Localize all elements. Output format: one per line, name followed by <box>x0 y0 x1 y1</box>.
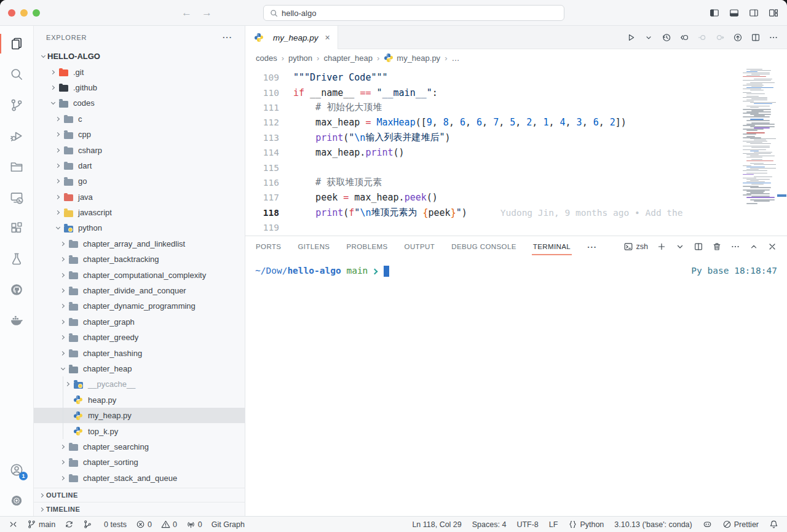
panel-tab-gitlens[interactable]: GITLENS <box>298 236 330 257</box>
layout-panel-icon[interactable] <box>729 8 739 18</box>
tree-item-python[interactable]: python <box>34 220 245 236</box>
tree-item-cpp[interactable]: cpp <box>34 127 245 142</box>
status-item-0[interactable]: 0 <box>186 520 202 529</box>
more-icon[interactable] <box>730 242 740 252</box>
tree-item-hello-algo[interactable]: HELLO-ALGO <box>34 49 245 64</box>
trash-icon[interactable] <box>712 242 722 252</box>
chevron-down-icon[interactable] <box>49 102 57 104</box>
window-controls[interactable] <box>0 9 40 17</box>
explorer-more-actions-icon[interactable]: ··· <box>223 33 232 42</box>
chevron-right-icon[interactable] <box>53 133 62 136</box>
tree-item-heap-py[interactable]: heap.py <box>34 392 245 408</box>
tree-item-chapter-sorting[interactable]: chapter_sorting <box>34 455 245 470</box>
terminal-shell-chip[interactable]: zsh <box>623 242 648 252</box>
tree-item-chapter-dynamic-programming[interactable]: chapter_dynamic_programming <box>34 298 245 314</box>
navigate-back-icon[interactable]: ← <box>181 7 192 19</box>
chevron-right-icon[interactable] <box>63 383 72 386</box>
status-item-python[interactable]: Python <box>568 520 604 529</box>
compare-icon[interactable] <box>679 33 689 42</box>
layout-left-icon[interactable] <box>710 8 719 18</box>
run-icon[interactable] <box>626 33 636 42</box>
chevron-right-icon[interactable] <box>58 258 67 261</box>
minimap[interactable] <box>740 68 776 236</box>
minimize-window-button[interactable] <box>20 9 28 17</box>
split-icon[interactable] <box>694 242 703 252</box>
chevron-right-icon[interactable] <box>53 211 62 214</box>
activity-folder-view-icon[interactable] <box>0 151 33 182</box>
command-center-search[interactable]: hello-algo <box>263 5 564 21</box>
chevron-down-icon[interactable] <box>39 55 47 57</box>
status-item-3-10-13-base-conda-[interactable]: 3.10.13 ('base': conda) <box>614 520 692 529</box>
activity-run-debug-icon[interactable] <box>0 121 33 151</box>
activity-account-icon[interactable]: 1 <box>0 455 33 485</box>
chevron-right-icon[interactable] <box>58 320 67 324</box>
activity-github-icon[interactable] <box>0 274 33 305</box>
chevron-right-icon[interactable] <box>58 461 67 464</box>
status-item-lf[interactable]: LF <box>549 520 558 529</box>
breadcrumb-item[interactable]: my_heap.py <box>384 53 440 63</box>
tree-item-chapter-array-and-linkedlist[interactable]: chapter_array_and_linkedlist <box>34 236 245 252</box>
split-icon[interactable] <box>751 33 761 42</box>
tree-item-chapter-hashing[interactable]: chapter_hashing <box>34 345 245 360</box>
status-item-main[interactable]: main <box>27 520 55 529</box>
section-outline[interactable]: OUTLINE <box>34 488 245 502</box>
status-item-git-graph[interactable]: Git Graph <box>212 520 245 529</box>
tree-item--git[interactable]: .git <box>34 64 245 79</box>
chevron-right-icon[interactable] <box>53 196 62 199</box>
chevron-right-icon[interactable] <box>58 336 67 339</box>
plus-icon[interactable] <box>657 242 666 252</box>
activity-settings-icon[interactable] <box>0 485 33 516</box>
tree-item-codes[interactable]: codes <box>34 95 245 111</box>
activity-search-icon[interactable] <box>0 59 33 90</box>
chevron-down-icon[interactable] <box>58 368 67 370</box>
panel-tab-problems[interactable]: PROBLEMS <box>346 236 387 257</box>
status-item-bell[interactable] <box>769 520 778 529</box>
chevron-right-icon[interactable] <box>49 71 57 74</box>
status-item-0-tests[interactable]: 0 tests <box>101 520 127 529</box>
status-item-git-graph-glyph[interactable] <box>83 520 92 529</box>
chevron-down-icon[interactable] <box>53 227 62 229</box>
run-chevron-icon[interactable] <box>644 33 654 42</box>
breadcrumb-item[interactable]: codes <box>256 54 277 63</box>
status-item-copilot[interactable] <box>703 520 712 529</box>
chevron-right-icon[interactable] <box>53 180 62 183</box>
activity-test-beaker-icon[interactable] <box>0 244 33 274</box>
chevron-down-icon[interactable] <box>675 242 685 252</box>
history-icon[interactable] <box>662 33 671 42</box>
navigate-forward-icon[interactable]: → <box>202 7 212 19</box>
terminal[interactable]: ~/Dow/hello-algo main Py base 18:18:47 <box>245 257 787 516</box>
status-item-utf-8[interactable]: UTF-8 <box>516 520 538 529</box>
code-editor[interactable]: 109"""Driver Code"""110if __name__ == "_… <box>245 66 787 236</box>
tree-item-chapter-divide-and-conquer[interactable]: chapter_divide_and_conquer <box>34 283 245 298</box>
panel-tab-debug-console[interactable]: DEBUG CONSOLE <box>451 236 516 257</box>
breadcrumb-item[interactable]: chapter_heap <box>323 54 373 63</box>
status-item-ln-118-col-29[interactable]: Ln 118, Col 29 <box>412 520 461 529</box>
status-item-sync[interactable] <box>65 520 74 529</box>
status-item-remote-dev[interactable] <box>9 520 18 529</box>
tree-item-c[interactable]: c <box>34 111 245 127</box>
chevron-right-icon[interactable] <box>58 445 67 448</box>
circle-b-icon[interactable] <box>715 33 725 42</box>
chevron-right-icon[interactable] <box>58 477 67 480</box>
tree-item-chapter-heap[interactable]: chapter_heap <box>34 361 245 376</box>
tree-item-chapter-backtracking[interactable]: chapter_backtracking <box>34 252 245 267</box>
panel-more-tabs-icon[interactable]: ··· <box>587 242 597 252</box>
tree-item-chapter-stack-and-queue[interactable]: chapter_stack_and_queue <box>34 470 245 486</box>
tree-item-go[interactable]: go <box>34 173 245 189</box>
close-icon[interactable] <box>767 242 777 252</box>
tree-item--github[interactable]: .github <box>34 80 245 95</box>
status-item-spaces-4[interactable]: Spaces: 4 <box>472 520 507 529</box>
tree-item-dart[interactable]: dart <box>34 158 245 173</box>
tree-item-top-k-py[interactable]: top_k.py <box>34 423 245 439</box>
tree-item-chapter-searching[interactable]: chapter_searching <box>34 439 245 455</box>
status-item-prettier[interactable]: Prettier <box>722 520 759 529</box>
panel-tab-output[interactable]: OUTPUT <box>405 236 435 257</box>
layout-custom-icon[interactable] <box>769 8 778 18</box>
gitlens-graph-icon[interactable] <box>733 33 743 42</box>
circle-a-icon[interactable] <box>697 33 707 42</box>
close-window-button[interactable] <box>8 9 15 17</box>
tree-item-java[interactable]: java <box>34 189 245 205</box>
activity-extensions-icon[interactable] <box>0 213 33 244</box>
chevron-right-icon[interactable] <box>49 86 57 89</box>
activity-source-control-icon[interactable] <box>0 90 33 121</box>
